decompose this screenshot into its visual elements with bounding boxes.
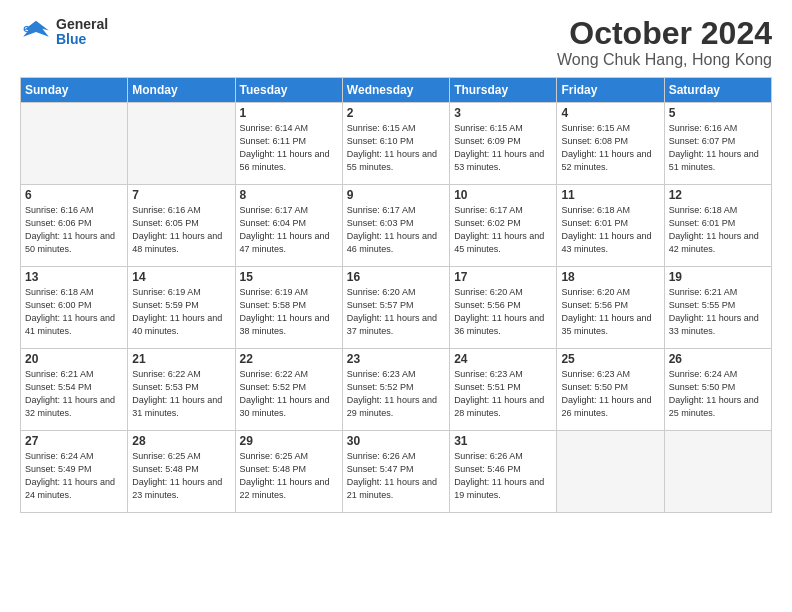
day-number: 14	[132, 270, 230, 284]
day-of-week-sunday: Sunday	[21, 78, 128, 103]
day-info: Sunrise: 6:24 AM Sunset: 5:49 PM Dayligh…	[25, 450, 123, 502]
day-info: Sunrise: 6:18 AM Sunset: 6:01 PM Dayligh…	[561, 204, 659, 256]
day-info: Sunrise: 6:16 AM Sunset: 6:07 PM Dayligh…	[669, 122, 767, 174]
calendar-cell	[557, 431, 664, 513]
day-info: Sunrise: 6:22 AM Sunset: 5:52 PM Dayligh…	[240, 368, 338, 420]
calendar-cell: 25Sunrise: 6:23 AM Sunset: 5:50 PM Dayli…	[557, 349, 664, 431]
header: G General Blue October 2024 Wong Chuk Ha…	[20, 16, 772, 69]
day-number: 9	[347, 188, 445, 202]
calendar-cell: 18Sunrise: 6:20 AM Sunset: 5:56 PM Dayli…	[557, 267, 664, 349]
week-row-4: 20Sunrise: 6:21 AM Sunset: 5:54 PM Dayli…	[21, 349, 772, 431]
day-of-week-wednesday: Wednesday	[342, 78, 449, 103]
day-number: 22	[240, 352, 338, 366]
calendar-cell: 4Sunrise: 6:15 AM Sunset: 6:08 PM Daylig…	[557, 103, 664, 185]
calendar-cell: 8Sunrise: 6:17 AM Sunset: 6:04 PM Daylig…	[235, 185, 342, 267]
day-number: 13	[25, 270, 123, 284]
location: Wong Chuk Hang, Hong Kong	[557, 51, 772, 69]
day-number: 24	[454, 352, 552, 366]
logo-general: General	[56, 17, 108, 32]
day-number: 27	[25, 434, 123, 448]
day-number: 1	[240, 106, 338, 120]
calendar-cell	[664, 431, 771, 513]
week-row-2: 6Sunrise: 6:16 AM Sunset: 6:06 PM Daylig…	[21, 185, 772, 267]
day-number: 5	[669, 106, 767, 120]
calendar-cell: 13Sunrise: 6:18 AM Sunset: 6:00 PM Dayli…	[21, 267, 128, 349]
day-number: 8	[240, 188, 338, 202]
day-info: Sunrise: 6:16 AM Sunset: 6:06 PM Dayligh…	[25, 204, 123, 256]
day-info: Sunrise: 6:15 AM Sunset: 6:08 PM Dayligh…	[561, 122, 659, 174]
calendar-cell	[128, 103, 235, 185]
day-of-week-tuesday: Tuesday	[235, 78, 342, 103]
calendar-cell: 1Sunrise: 6:14 AM Sunset: 6:11 PM Daylig…	[235, 103, 342, 185]
day-info: Sunrise: 6:23 AM Sunset: 5:52 PM Dayligh…	[347, 368, 445, 420]
logo-blue: Blue	[56, 32, 108, 47]
week-row-3: 13Sunrise: 6:18 AM Sunset: 6:00 PM Dayli…	[21, 267, 772, 349]
day-info: Sunrise: 6:17 AM Sunset: 6:03 PM Dayligh…	[347, 204, 445, 256]
day-of-week-saturday: Saturday	[664, 78, 771, 103]
day-number: 16	[347, 270, 445, 284]
logo: G General Blue	[20, 16, 108, 48]
day-number: 12	[669, 188, 767, 202]
week-row-5: 27Sunrise: 6:24 AM Sunset: 5:49 PM Dayli…	[21, 431, 772, 513]
calendar-cell: 19Sunrise: 6:21 AM Sunset: 5:55 PM Dayli…	[664, 267, 771, 349]
calendar-cell: 6Sunrise: 6:16 AM Sunset: 6:06 PM Daylig…	[21, 185, 128, 267]
calendar-cell: 9Sunrise: 6:17 AM Sunset: 6:03 PM Daylig…	[342, 185, 449, 267]
calendar-cell: 31Sunrise: 6:26 AM Sunset: 5:46 PM Dayli…	[450, 431, 557, 513]
logo-icon: G	[20, 16, 52, 48]
day-info: Sunrise: 6:17 AM Sunset: 6:04 PM Dayligh…	[240, 204, 338, 256]
calendar-cell: 14Sunrise: 6:19 AM Sunset: 5:59 PM Dayli…	[128, 267, 235, 349]
day-number: 18	[561, 270, 659, 284]
day-info: Sunrise: 6:23 AM Sunset: 5:51 PM Dayligh…	[454, 368, 552, 420]
calendar-cell: 21Sunrise: 6:22 AM Sunset: 5:53 PM Dayli…	[128, 349, 235, 431]
day-info: Sunrise: 6:20 AM Sunset: 5:57 PM Dayligh…	[347, 286, 445, 338]
calendar-cell: 23Sunrise: 6:23 AM Sunset: 5:52 PM Dayli…	[342, 349, 449, 431]
day-info: Sunrise: 6:20 AM Sunset: 5:56 PM Dayligh…	[561, 286, 659, 338]
calendar: SundayMondayTuesdayWednesdayThursdayFrid…	[20, 77, 772, 513]
day-number: 21	[132, 352, 230, 366]
day-info: Sunrise: 6:20 AM Sunset: 5:56 PM Dayligh…	[454, 286, 552, 338]
day-number: 26	[669, 352, 767, 366]
day-number: 31	[454, 434, 552, 448]
day-number: 3	[454, 106, 552, 120]
day-info: Sunrise: 6:14 AM Sunset: 6:11 PM Dayligh…	[240, 122, 338, 174]
calendar-cell: 22Sunrise: 6:22 AM Sunset: 5:52 PM Dayli…	[235, 349, 342, 431]
calendar-cell: 15Sunrise: 6:19 AM Sunset: 5:58 PM Dayli…	[235, 267, 342, 349]
calendar-cell: 29Sunrise: 6:25 AM Sunset: 5:48 PM Dayli…	[235, 431, 342, 513]
calendar-cell: 20Sunrise: 6:21 AM Sunset: 5:54 PM Dayli…	[21, 349, 128, 431]
calendar-cell: 5Sunrise: 6:16 AM Sunset: 6:07 PM Daylig…	[664, 103, 771, 185]
calendar-cell	[21, 103, 128, 185]
day-number: 10	[454, 188, 552, 202]
month-title: October 2024	[557, 16, 772, 51]
day-number: 29	[240, 434, 338, 448]
day-info: Sunrise: 6:19 AM Sunset: 5:58 PM Dayligh…	[240, 286, 338, 338]
day-info: Sunrise: 6:22 AM Sunset: 5:53 PM Dayligh…	[132, 368, 230, 420]
page: G General Blue October 2024 Wong Chuk Ha…	[0, 0, 792, 612]
calendar-cell: 11Sunrise: 6:18 AM Sunset: 6:01 PM Dayli…	[557, 185, 664, 267]
day-info: Sunrise: 6:18 AM Sunset: 6:00 PM Dayligh…	[25, 286, 123, 338]
calendar-cell: 7Sunrise: 6:16 AM Sunset: 6:05 PM Daylig…	[128, 185, 235, 267]
day-number: 2	[347, 106, 445, 120]
day-info: Sunrise: 6:16 AM Sunset: 6:05 PM Dayligh…	[132, 204, 230, 256]
calendar-cell: 10Sunrise: 6:17 AM Sunset: 6:02 PM Dayli…	[450, 185, 557, 267]
day-info: Sunrise: 6:25 AM Sunset: 5:48 PM Dayligh…	[240, 450, 338, 502]
day-info: Sunrise: 6:21 AM Sunset: 5:54 PM Dayligh…	[25, 368, 123, 420]
day-number: 23	[347, 352, 445, 366]
logo-text: General Blue	[56, 17, 108, 48]
day-number: 17	[454, 270, 552, 284]
calendar-cell: 16Sunrise: 6:20 AM Sunset: 5:57 PM Dayli…	[342, 267, 449, 349]
week-row-1: 1Sunrise: 6:14 AM Sunset: 6:11 PM Daylig…	[21, 103, 772, 185]
calendar-cell: 26Sunrise: 6:24 AM Sunset: 5:50 PM Dayli…	[664, 349, 771, 431]
day-number: 6	[25, 188, 123, 202]
title-block: October 2024 Wong Chuk Hang, Hong Kong	[557, 16, 772, 69]
day-info: Sunrise: 6:17 AM Sunset: 6:02 PM Dayligh…	[454, 204, 552, 256]
calendar-cell: 24Sunrise: 6:23 AM Sunset: 5:51 PM Dayli…	[450, 349, 557, 431]
day-of-week-thursday: Thursday	[450, 78, 557, 103]
calendar-cell: 27Sunrise: 6:24 AM Sunset: 5:49 PM Dayli…	[21, 431, 128, 513]
calendar-cell: 28Sunrise: 6:25 AM Sunset: 5:48 PM Dayli…	[128, 431, 235, 513]
day-of-week-friday: Friday	[557, 78, 664, 103]
day-info: Sunrise: 6:25 AM Sunset: 5:48 PM Dayligh…	[132, 450, 230, 502]
day-number: 30	[347, 434, 445, 448]
day-of-week-monday: Monday	[128, 78, 235, 103]
day-number: 25	[561, 352, 659, 366]
day-info: Sunrise: 6:21 AM Sunset: 5:55 PM Dayligh…	[669, 286, 767, 338]
